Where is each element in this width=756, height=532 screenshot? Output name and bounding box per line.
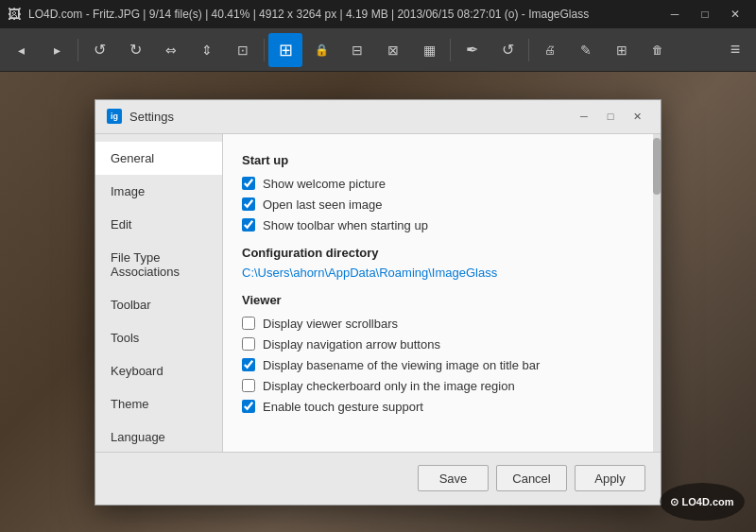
back-button[interactable]: ◂ <box>4 33 38 67</box>
watermark: ⊙ LO4D.com <box>660 483 745 521</box>
nav-item-toolbar[interactable]: Toolbar <box>95 288 222 321</box>
checkbox-toolbar-input[interactable] <box>242 218 255 232</box>
checkbox-nav-arrows: Display navigation arrow buttons <box>242 337 642 352</box>
scrollbar[interactable] <box>653 134 661 452</box>
checkbox-basename-input[interactable] <box>242 358 255 371</box>
dialog-icon: ig <box>107 109 122 124</box>
rotate-ccw-button[interactable]: ↺ <box>82 33 116 67</box>
checkbox-welcome-label: Show welcome picture <box>263 177 386 191</box>
nav-item-theme[interactable]: Theme <box>95 387 222 420</box>
checkbox-last-seen: Open last seen image <box>242 197 642 212</box>
apply-button[interactable]: Apply <box>575 465 645 491</box>
nav-item-keyboard[interactable]: Keyboard <box>95 354 222 387</box>
close-button[interactable]: ✕ <box>722 4 748 25</box>
nav-item-image[interactable]: Image <box>95 175 222 208</box>
startup-section-title: Start up <box>242 153 642 167</box>
titlebar-controls: ─ □ ✕ <box>662 4 748 25</box>
checkbox-toolbar-label: Show toolbar when starting up <box>263 218 428 232</box>
checkbox-basename-label: Display basename of the viewing image on… <box>263 358 540 372</box>
dialog-controls: ─ □ ✕ <box>572 106 649 127</box>
save-button[interactable]: Save <box>418 465 489 491</box>
settings-dialog: ig Settings ─ □ ✕ General Image Edit Fil… <box>94 99 662 506</box>
zoom-window-button[interactable]: ⊟ <box>340 33 374 67</box>
watermark-text: ⊙ LO4D.com <box>670 496 733 508</box>
checkbox-checkerboard: Display checkerboard only in the image r… <box>242 379 642 393</box>
rotate-cw-button[interactable]: ↻ <box>118 33 152 67</box>
forward-button[interactable]: ▸ <box>40 33 74 67</box>
nav-item-file-type[interactable]: File Type Associations <box>95 241 222 288</box>
crop-button[interactable]: ⊡ <box>226 33 260 67</box>
checkbox-scrollbars-input[interactable] <box>242 317 255 330</box>
checkbox-scrollbars: Display viewer scrollbars <box>242 317 642 331</box>
dialog-titlebar: ig Settings ─ □ ✕ <box>95 100 661 134</box>
delete-button[interactable]: 🗑 <box>641 33 675 67</box>
nav-item-tools[interactable]: Tools <box>95 321 222 354</box>
reload-button[interactable]: ↺ <box>490 33 524 67</box>
dialog-footer: Save Cancel Apply <box>95 452 661 505</box>
flip-h-button[interactable]: ⇔ <box>154 33 188 67</box>
checkbox-scrollbars-label: Display viewer scrollbars <box>263 317 398 331</box>
nav-item-language[interactable]: Language <box>95 420 222 452</box>
app-title: LO4D.com - Fritz.JPG | 9/14 file(s) | 40… <box>28 8 654 21</box>
separator-3 <box>450 39 451 61</box>
checkbox-touch-label: Enable touch gesture support <box>263 400 423 414</box>
checkbox-checkerboard-label: Display checkerboard only in the image r… <box>263 379 515 393</box>
edit-button[interactable]: ✎ <box>569 33 603 67</box>
checkbox-checkerboard-input[interactable] <box>242 379 255 392</box>
print-button[interactable]: 🖨 <box>533 33 567 67</box>
app-icon: 🖼 <box>8 7 21 22</box>
separator-1 <box>77 39 78 61</box>
slideshow-button[interactable]: ▦ <box>412 33 446 67</box>
maximize-button[interactable]: □ <box>692 4 718 25</box>
color-picker-button[interactable]: ✒ <box>455 33 489 67</box>
settings-content: Start up Show welcome picture Open last … <box>223 134 661 452</box>
app-toolbar: ◂ ▸ ↺ ↻ ⇔ ⇕ ⊡ ⊞ 🔒 ⊟ ⊠ ▦ ✒ ↺ 🖨 ✎ ⊞ 🗑 ≡ <box>0 28 756 72</box>
config-dir-link[interactable]: C:\Users\ahorn\AppData\Roaming\ImageGlas… <box>242 266 497 280</box>
checkbox-nav-arrows-label: Display navigation arrow buttons <box>263 337 440 352</box>
dialog-close-button[interactable]: ✕ <box>625 106 649 127</box>
config-dir-section: Configuration directory C:\Users\ahorn\A… <box>242 246 642 280</box>
nav-item-edit[interactable]: Edit <box>95 208 222 241</box>
config-dir-title: Configuration directory <box>242 246 642 260</box>
dialog-overlay: ig Settings ─ □ ✕ General Image Edit Fil… <box>0 72 756 532</box>
lock-zoom-button[interactable]: 🔒 <box>304 33 338 67</box>
checkbox-welcome-input[interactable] <box>242 177 255 190</box>
checkbox-welcome: Show welcome picture <box>242 177 642 191</box>
dialog-body: General Image Edit File Type Association… <box>95 134 661 452</box>
checkbox-toolbar: Show toolbar when starting up <box>242 218 642 232</box>
checkbox-touch-input[interactable] <box>242 400 255 413</box>
minimize-button[interactable]: ─ <box>662 4 688 25</box>
flip-v-button[interactable]: ⇕ <box>190 33 224 67</box>
nav-item-general[interactable]: General <box>95 142 222 175</box>
grid-button[interactable]: ⊞ <box>605 33 639 67</box>
menu-button[interactable]: ≡ <box>718 33 752 67</box>
checkbox-basename: Display basename of the viewing image on… <box>242 358 642 372</box>
app-content: ig Settings ─ □ ✕ General Image Edit Fil… <box>0 72 756 532</box>
settings-nav: General Image Edit File Type Association… <box>95 134 223 452</box>
thumbnail-button[interactable]: ⊠ <box>376 33 410 67</box>
separator-4 <box>528 39 529 61</box>
checkbox-last-seen-input[interactable] <box>242 197 255 211</box>
scroll-thumb[interactable] <box>653 138 661 195</box>
dialog-title: Settings <box>129 110 572 124</box>
zoom-actual-button[interactable]: ⊞ <box>268 33 302 67</box>
separator-2 <box>264 39 265 61</box>
cancel-button[interactable]: Cancel <box>496 465 567 491</box>
app-titlebar: 🖼 LO4D.com - Fritz.JPG | 9/14 file(s) | … <box>0 0 756 28</box>
dialog-minimize-button[interactable]: ─ <box>572 106 596 127</box>
checkbox-touch: Enable touch gesture support <box>242 400 642 414</box>
checkbox-nav-arrows-input[interactable] <box>242 337 255 351</box>
dialog-maximize-button[interactable]: □ <box>598 106 623 127</box>
checkbox-last-seen-label: Open last seen image <box>263 197 382 212</box>
viewer-section-title: Viewer <box>242 293 642 307</box>
